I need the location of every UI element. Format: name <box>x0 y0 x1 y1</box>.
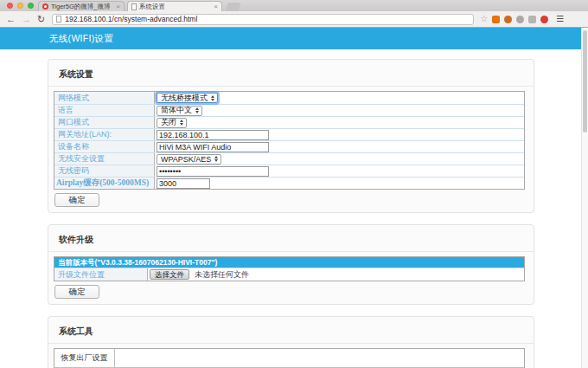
table-row: 恢复出厂设置 <box>54 349 524 367</box>
system-tools-table: 恢复出厂设置 重启设备 <box>54 348 525 368</box>
language-select-label: 语言 <box>54 105 155 116</box>
tab-system-settings[interactable]: 系统设置 × <box>127 1 222 11</box>
settings-row: 无线安全设置WPAPSK/AES <box>54 152 524 165</box>
forward-icon: → <box>22 15 31 24</box>
choose-file-button[interactable]: 选择文件 <box>150 269 189 280</box>
tab-close-icon[interactable]: × <box>214 3 218 10</box>
section-title: 系统设置 <box>59 69 93 79</box>
settings-row: 网口模式关闭 <box>54 116 524 128</box>
wireless-password-input[interactable] <box>157 166 269 177</box>
select-stepper-icon <box>195 107 199 113</box>
airplay-buffer-input-cell <box>155 178 524 189</box>
panel-body: 当前版本号("V3.0.3.38-1607062130-HIVI-T007") … <box>48 252 534 304</box>
network-mode-select[interactable]: 无线桥接模式 <box>157 93 218 103</box>
settings-row: 设备名称 <box>54 140 524 152</box>
close-window-icon[interactable] <box>7 3 13 9</box>
new-tab-button[interactable] <box>225 3 240 11</box>
tab-title: Tiger5G的微博_微博 <box>51 3 113 11</box>
device-name-input-label: 设备名称 <box>54 141 155 152</box>
orange-monkey-extension-icon[interactable] <box>504 16 512 23</box>
settings-row: Airplay缓存(500-5000MS) <box>54 177 524 189</box>
page-favicon <box>131 3 137 10</box>
airplay-buffer-input-label: Airplay缓存(500-5000MS) <box>54 178 155 189</box>
system-ok-button[interactable]: 确定 <box>54 193 99 207</box>
upgrade-file-value: 选择文件 未选择任何文件 <box>148 268 524 281</box>
browser-menu-icon[interactable]: ☰ <box>556 15 564 23</box>
gateway-address-input-cell <box>155 129 524 140</box>
select-stepper-icon <box>180 119 183 126</box>
current-version-banner: 当前版本号("V3.0.3.38-1607062130-HIVI-T007") <box>54 257 524 268</box>
select-stepper-icon <box>214 156 218 162</box>
upgrade-table: 当前版本号("V3.0.3.38-1607062130-HIVI-T007") … <box>54 256 525 281</box>
panel-body: 网络模式无线桥接模式语言简体中文网口模式关闭网关地址(LAN):设备名称无线安全… <box>48 87 534 212</box>
gray-arrow-extension-icon[interactable] <box>528 16 536 23</box>
system-settings-table: 网络模式无线桥接模式语言简体中文网口模式关闭网关地址(LAN):设备名称无线安全… <box>54 91 525 190</box>
panel-body: 恢复出厂设置 重启设备 <box>48 344 534 368</box>
tab-bar: Tiger5G的微博_微博 × 系统设置 × <box>0 0 588 11</box>
lan-port-mode-select-label: 网口模式 <box>54 117 155 128</box>
browser-window: Tiger5G的微博_微博 × 系统设置 × ← → ↻ 192.168.100… <box>0 0 588 368</box>
settings-row: 网络模式无线桥接模式 <box>54 92 524 104</box>
gray-dial-extension-icon[interactable] <box>516 16 524 23</box>
zoom-window-icon[interactable] <box>28 3 34 9</box>
airplay-buffer-input[interactable] <box>157 178 210 189</box>
select-stepper-icon <box>211 95 214 101</box>
address-bar[interactable]: 192.168.100.1/cn/system-advanced.html <box>52 14 474 25</box>
upgrade-file-row: 升级文件位置 选择文件 未选择任何文件 <box>54 268 524 281</box>
gateway-address-input-label: 网关地址(LAN): <box>54 129 155 140</box>
page-scrollbar[interactable] <box>581 28 588 368</box>
lan-port-mode-select-cell: 关闭 <box>155 117 524 128</box>
wireless-security-select[interactable]: WPAPSK/AES <box>157 154 221 165</box>
network-mode-select-cell: 无线桥接模式 <box>155 92 524 104</box>
software-upgrade-panel: 软件升级 当前版本号("V3.0.3.38-1607062130-HIVI-T0… <box>48 224 534 305</box>
url-text: 192.168.100.1/cn/system-advanced.html <box>65 15 197 23</box>
device-name-input[interactable] <box>157 142 269 152</box>
selected-option-label: 关闭 <box>161 117 176 128</box>
selected-option-label: WPAPSK/AES <box>161 155 211 164</box>
orange-badge-extension-icon[interactable] <box>492 16 500 23</box>
system-tools-panel: 系统工具 恢复出厂设置 重启设备 <box>48 316 534 368</box>
upgrade-file-label: 升级文件位置 <box>54 268 148 281</box>
page-content: 系统设置 网络模式无线桥接模式语言简体中文网口模式关闭网关地址(LAN):设备名… <box>0 49 581 368</box>
language-select-cell: 简体中文 <box>155 105 524 116</box>
settings-row: 无线密码 <box>54 165 524 177</box>
reload-icon[interactable]: ↻ <box>37 15 45 24</box>
page-info-icon[interactable] <box>56 16 61 23</box>
red-ring-extension-icon[interactable] <box>540 16 548 23</box>
language-select[interactable]: 简体中文 <box>157 106 202 116</box>
settings-row: 语言简体中文 <box>54 104 524 116</box>
section-title: 软件升级 <box>59 235 93 244</box>
tab-close-icon[interactable]: × <box>116 3 120 10</box>
file-status-text: 未选择任何文件 <box>195 269 249 281</box>
tab-weibo[interactable]: Tiger5G的微博_微博 × <box>38 1 125 11</box>
tab-title: 系统设置 <box>139 3 211 11</box>
upgrade-ok-button[interactable]: 确定 <box>54 285 99 299</box>
lan-port-mode-select[interactable]: 关闭 <box>157 118 187 128</box>
network-mode-select-label: 网络模式 <box>54 92 155 104</box>
panel-header: 系统工具 <box>48 317 534 344</box>
selected-option-label: 简体中文 <box>161 105 192 116</box>
wireless-security-select-label: 无线安全设置 <box>54 153 155 165</box>
wireless-password-input-label: 无线密码 <box>54 165 155 177</box>
factory-reset-button[interactable]: 恢复出厂设置 <box>54 349 115 367</box>
selected-option-label: 无线桥接模式 <box>161 93 208 104</box>
back-icon[interactable]: ← <box>6 15 16 24</box>
gateway-address-input[interactable] <box>157 130 269 140</box>
panel-header: 系统设置 <box>48 60 534 87</box>
toolbar-icons: ☆ ☰ <box>480 15 564 23</box>
bookmark-star-icon[interactable]: ☆ <box>480 15 488 23</box>
wireless-password-input-cell <box>155 165 524 177</box>
system-settings-panel: 系统设置 网络模式无线桥接模式语言简体中文网口模式关闭网关地址(LAN):设备名… <box>48 59 534 213</box>
minimize-window-icon[interactable] <box>17 3 23 9</box>
panel-header: 软件升级 <box>48 225 534 252</box>
section-title: 系统工具 <box>59 326 93 336</box>
weibo-favicon <box>42 3 48 10</box>
empty-cell <box>115 349 524 367</box>
scrollbar-thumb[interactable] <box>583 30 587 132</box>
page-title: 无线(WIFI)设置 <box>49 33 113 45</box>
device-name-input-cell <box>155 141 524 152</box>
settings-row: 网关地址(LAN): <box>54 128 524 140</box>
page-header: 无线(WIFI)设置 <box>0 28 581 49</box>
traffic-lights <box>7 3 34 9</box>
wireless-security-select-cell: WPAPSK/AES <box>155 153 524 165</box>
